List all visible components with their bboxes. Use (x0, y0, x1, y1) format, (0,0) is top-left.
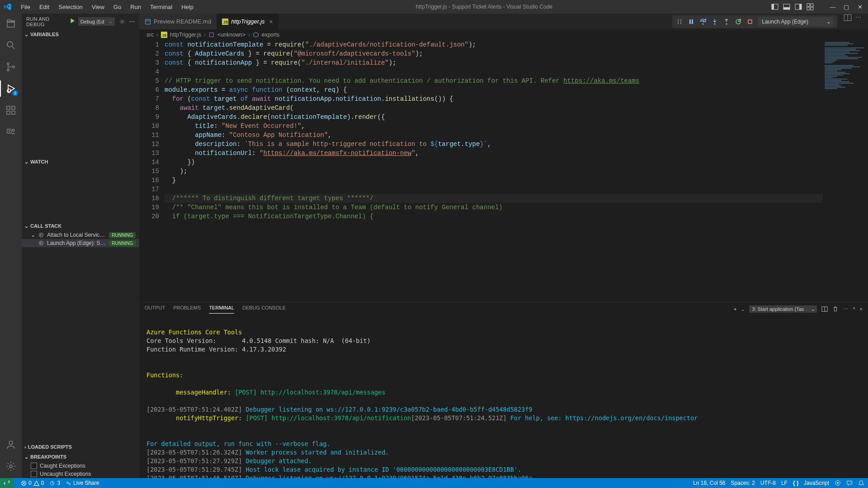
callstack-item[interactable]: ⌄ Attach to Local Service: Re... RUNNING (22, 231, 139, 239)
panel-icon[interactable] (783, 3, 790, 10)
teams-toolkit-icon[interactable] (5, 126, 17, 138)
menu-go[interactable]: Go (110, 2, 125, 12)
minimap[interactable] (823, 40, 868, 302)
more-icon[interactable]: ⋯ (843, 306, 848, 312)
checkbox[interactable] (31, 471, 37, 477)
restart-icon[interactable] (735, 18, 742, 25)
menu-help[interactable]: Help (178, 2, 197, 12)
svg-point-29 (678, 19, 679, 20)
breadcrumb[interactable]: src› JS httpTrigger.js› <unknown>› expor… (139, 29, 868, 40)
layout-icon[interactable] (771, 3, 778, 10)
callstack-section-header[interactable]: ⌄CALL STACK (22, 221, 139, 231)
window-title: httpTrigger.js - Support Ticket Alerts -… (197, 4, 771, 10)
menu-file[interactable]: File (17, 2, 34, 12)
panel-tab-output[interactable]: OUTPUT (145, 305, 165, 313)
breakpoint-row[interactable]: Caught Exceptions (22, 462, 139, 470)
close-panel-icon[interactable]: × (860, 306, 863, 312)
panel-tab-problems[interactable]: PROBLEMS (173, 305, 201, 313)
svg-rect-17 (12, 111, 15, 114)
chevron-down-icon[interactable]: ⌄ (741, 307, 745, 312)
close-button[interactable]: ✕ (855, 2, 864, 11)
explorer-icon[interactable] (5, 17, 17, 30)
tab-httptrigger[interactable]: JS httpTrigger.js × (217, 14, 278, 29)
menu-run[interactable]: Run (127, 2, 145, 12)
svg-point-34 (680, 23, 681, 24)
stop-icon[interactable] (746, 18, 754, 25)
terminal-body[interactable]: Azure Functions Core Tools Core Tools Ve… (139, 316, 868, 478)
close-tab-icon[interactable]: × (269, 18, 273, 25)
split-terminal-icon[interactable] (821, 306, 828, 312)
breakpoints-section-header[interactable]: ⌄BREAKPOINTS (22, 452, 139, 462)
eol[interactable]: LF (781, 480, 788, 486)
tab-preview-readme[interactable]: Preview README.md (139, 14, 217, 29)
svg-point-37 (703, 23, 704, 24)
settings-gear-icon[interactable] (5, 460, 17, 473)
customize-layout-icon[interactable] (807, 3, 814, 10)
svg-point-23 (121, 21, 123, 22)
port-forward[interactable]: 3 (49, 480, 60, 486)
step-out-icon[interactable] (723, 18, 730, 25)
run-debug-icon[interactable]: 2 (5, 82, 17, 95)
extensions-icon[interactable] (5, 104, 17, 117)
tab-mode-icon[interactable] (835, 480, 841, 486)
svg-point-38 (714, 23, 716, 24)
debug-sidebar: RUN AND DEBUG Debug (Ed⌄ ⋯ ⌄VARIABLES ⌄W… (22, 14, 139, 478)
svg-point-21 (9, 441, 13, 445)
source-control-icon[interactable] (5, 61, 17, 73)
remote-indicator[interactable] (0, 478, 14, 488)
svg-point-33 (680, 21, 681, 22)
minimize-button[interactable]: ― (828, 2, 837, 11)
encoding[interactable]: UTF-8 (760, 480, 776, 486)
search-icon[interactable] (5, 39, 17, 52)
menu-view[interactable]: View (88, 2, 108, 12)
menu-selection[interactable]: Selection (55, 2, 86, 12)
variables-section-header[interactable]: ⌄VARIABLES (22, 29, 139, 39)
step-over-icon[interactable] (699, 18, 707, 25)
svg-rect-18 (12, 106, 15, 109)
start-debug-button[interactable] (69, 18, 75, 25)
maximize-panel-icon[interactable]: ^ (853, 306, 855, 312)
menu-edit[interactable]: Edit (36, 2, 53, 12)
debug-settings-gear-icon[interactable] (119, 19, 125, 25)
drag-handle-icon[interactable] (676, 18, 683, 25)
svg-point-30 (678, 21, 679, 22)
checkbox[interactable] (31, 463, 37, 469)
pause-icon[interactable] (688, 18, 695, 25)
watch-section-header[interactable]: ⌄WATCH (22, 157, 139, 167)
chevron-down-icon: ⌄ (31, 232, 35, 238)
loaded-scripts-section-header[interactable]: ›LOADED SCRIPTS (22, 442, 139, 452)
debug-more-icon[interactable]: ⋯ (129, 19, 135, 25)
accounts-icon[interactable] (5, 438, 17, 451)
symbol-field-icon (253, 32, 259, 38)
menu-terminal[interactable]: Terminal (146, 2, 176, 12)
chevron-down-icon: ⌄ (24, 159, 28, 165)
trash-icon[interactable] (832, 306, 839, 312)
cursor-position[interactable]: Ln 18, Col 56 (693, 480, 725, 486)
more-actions-icon[interactable]: ⋯ (855, 14, 863, 22)
live-share[interactable]: Live Share (66, 480, 99, 486)
code-editor[interactable]: const notificationTemplate = require("./… (165, 40, 823, 302)
svg-rect-3 (783, 7, 790, 9)
breakpoint-row[interactable]: Uncaught Exceptions (22, 470, 139, 478)
maximize-button[interactable]: ▢ (842, 2, 851, 11)
split-editor-icon[interactable] (844, 14, 852, 22)
new-terminal-icon[interactable]: + (734, 306, 736, 312)
errors-warnings[interactable]: 0 0 (21, 480, 44, 486)
svg-point-31 (678, 23, 679, 24)
panel-tab-debug-console[interactable]: DEBUG CONSOLE (242, 305, 286, 313)
callstack-item[interactable]: Launch App (Edge): Sign in ... RUNNING (22, 239, 139, 247)
svg-rect-16 (7, 111, 10, 114)
debug-config-select[interactable]: Debug (Ed⌄ (78, 17, 115, 26)
notifications-icon[interactable] (858, 480, 864, 486)
terminal-selector[interactable]: 3: Start application (Tas (749, 305, 817, 313)
step-into-icon[interactable] (711, 18, 718, 25)
svg-rect-44 (210, 33, 214, 37)
feedback-icon[interactable] (846, 480, 853, 486)
panel-tab-terminal[interactable]: TERMINAL (209, 305, 234, 314)
launch-config-select[interactable]: Launch App (Edge) (758, 17, 834, 26)
language-mode[interactable]: { } JavaScript (793, 480, 829, 486)
sidebar-right-icon[interactable] (795, 3, 802, 10)
preview-icon (145, 19, 151, 25)
indentation[interactable]: Spaces: 2 (731, 480, 755, 486)
debug-badge: 2 (12, 90, 18, 96)
